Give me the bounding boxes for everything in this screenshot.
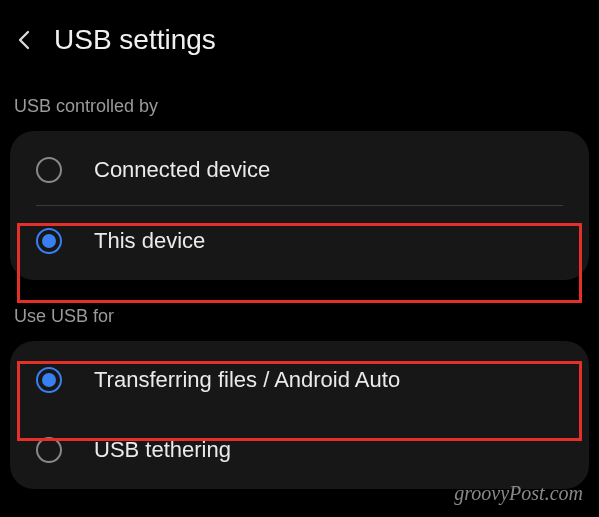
use-for-card: Transferring files / Android Auto USB te… bbox=[10, 341, 589, 489]
option-label: Transferring files / Android Auto bbox=[94, 367, 400, 393]
section-label-controlled-by: USB controlled by bbox=[0, 86, 599, 131]
header: USB settings bbox=[0, 0, 599, 86]
section-label-use-for: Use USB for bbox=[0, 296, 599, 341]
page-title: USB settings bbox=[54, 24, 216, 56]
option-label: This device bbox=[94, 228, 205, 254]
option-transferring-files[interactable]: Transferring files / Android Auto bbox=[10, 345, 589, 415]
radio-icon bbox=[36, 437, 62, 463]
controlled-by-card: Connected device This device bbox=[10, 131, 589, 280]
chevron-left-icon bbox=[14, 29, 36, 51]
radio-icon bbox=[36, 367, 62, 393]
option-this-device[interactable]: This device bbox=[10, 206, 589, 276]
option-label: USB tethering bbox=[94, 437, 231, 463]
radio-icon bbox=[36, 157, 62, 183]
radio-icon bbox=[36, 228, 62, 254]
option-usb-tethering[interactable]: USB tethering bbox=[10, 415, 589, 485]
option-label: Connected device bbox=[94, 157, 270, 183]
back-button[interactable] bbox=[14, 29, 36, 51]
watermark: groovyPost.com bbox=[454, 482, 583, 505]
option-connected-device[interactable]: Connected device bbox=[10, 135, 589, 205]
